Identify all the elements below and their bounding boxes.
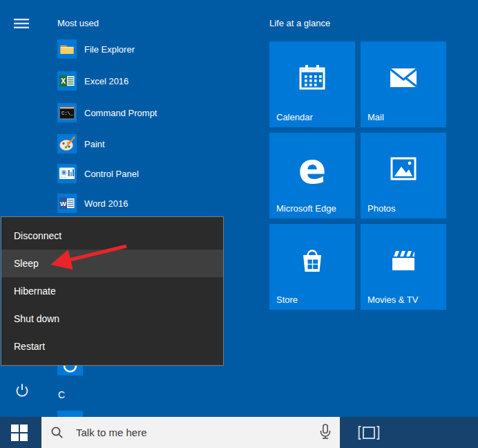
app-item-excel[interactable]: X Excel 2016 — [57, 71, 128, 91]
svg-text:W: W — [60, 200, 66, 207]
power-menu-item-restart[interactable]: Restart — [1, 333, 223, 360]
svg-text:C:\_: C:\_ — [61, 111, 74, 116]
microsoft-edge-icon: e — [269, 149, 355, 188]
taskbar — [0, 417, 478, 448]
app-label: Word 2016 — [84, 198, 128, 209]
tile-label: Calendar — [276, 112, 313, 122]
tile-photos[interactable]: Photos — [361, 133, 446, 218]
mail-icon — [361, 58, 446, 97]
app-label: File Explorer — [84, 44, 135, 55]
app-item-paint[interactable]: Paint — [57, 134, 105, 153]
tile-movies-tv[interactable]: Movies & TV — [361, 224, 446, 310]
power-menu-item-hibernate[interactable]: Hibernate — [1, 277, 223, 305]
power-menu-item-shut-down[interactable]: Shut down — [1, 305, 223, 333]
app-label: Command Prompt — [84, 108, 157, 118]
taskbar-search-box[interactable] — [41, 417, 340, 448]
command-prompt-icon: C:\_ — [57, 103, 77, 122]
app-label: Excel 2016 — [84, 76, 128, 86]
power-menu-item-sleep[interactable]: Sleep — [1, 250, 223, 277]
hamburger-icon — [13, 18, 30, 29]
movies-tv-icon — [361, 241, 446, 279]
partially-hidden-app-icon[interactable] — [57, 411, 83, 417]
tiles-group-header: Life at a glance — [269, 18, 330, 28]
start-button[interactable] — [0, 417, 39, 448]
tile-store[interactable]: Store — [269, 224, 355, 310]
tile-mail[interactable]: Mail — [361, 41, 446, 127]
start-menu-screen: Most used File Explorer X Excel 2016 — [0, 0, 478, 448]
microphone-icon[interactable] — [319, 424, 332, 440]
expand-start-menu-button[interactable] — [13, 18, 30, 29]
app-item-word[interactable]: W Word 2016 — [57, 194, 128, 213]
tile-label: Microsoft Edge — [276, 203, 336, 214]
task-view-icon — [356, 424, 381, 441]
power-button[interactable] — [14, 382, 30, 398]
store-icon — [269, 241, 355, 279]
search-input[interactable] — [41, 417, 340, 448]
app-list-index-letter[interactable]: C — [58, 389, 65, 400]
tile-microsoft-edge[interactable]: e Microsoft Edge — [269, 133, 355, 218]
calendar-icon — [269, 58, 355, 97]
paint-icon — [57, 134, 77, 153]
tile-label: Store — [276, 295, 298, 305]
app-item-control-panel[interactable]: Control Panel — [57, 164, 139, 183]
tile-label: Mail — [367, 112, 384, 122]
file-explorer-icon — [57, 39, 77, 59]
circle-arc-icon — [57, 366, 83, 375]
task-view-button[interactable] — [351, 417, 387, 448]
tile-label: Photos — [367, 203, 395, 214]
power-options-menu: Disconnect Sleep Hibernate Shut down Res… — [1, 216, 224, 366]
app-item-command-prompt[interactable]: C:\_ Command Prompt — [57, 103, 157, 122]
excel-icon: X — [57, 71, 77, 91]
tile-calendar[interactable]: Calendar — [269, 41, 355, 127]
most-used-header: Most used — [57, 18, 99, 28]
power-menu-item-disconnect[interactable]: Disconnect — [1, 222, 223, 250]
tile-label: Movies & TV — [367, 295, 418, 305]
app-label: Control Panel — [84, 169, 139, 179]
control-panel-icon — [57, 164, 77, 183]
app-label: Paint — [84, 139, 105, 149]
svg-text:X: X — [61, 77, 66, 85]
power-icon — [15, 382, 30, 398]
partially-hidden-app-icon[interactable] — [57, 366, 83, 375]
word-icon: W — [57, 194, 77, 213]
photos-icon — [361, 149, 446, 188]
windows-logo-icon — [11, 424, 28, 441]
app-item-file-explorer[interactable]: File Explorer — [57, 39, 135, 59]
